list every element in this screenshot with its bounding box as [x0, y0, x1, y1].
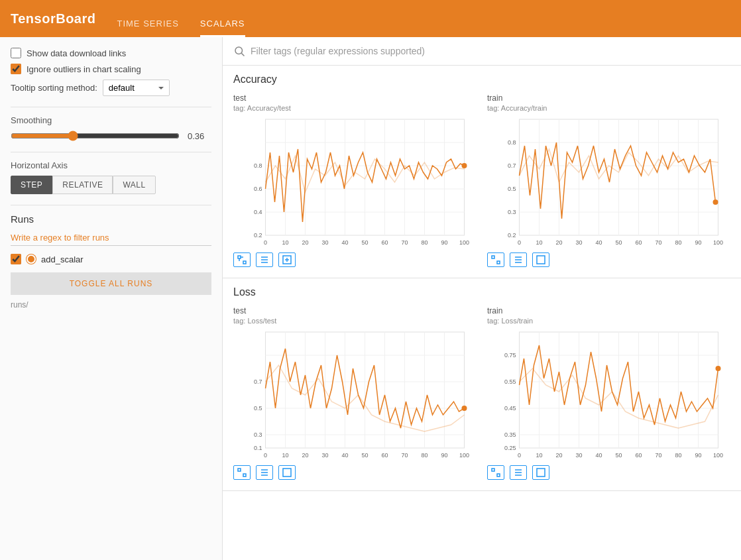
svg-text:0.7: 0.7 [508, 162, 516, 169]
expand-button-3[interactable] [233, 465, 251, 480]
loss-train-tag: tag: Loss/train [487, 317, 730, 325]
loss-test-subtitle: test [233, 306, 477, 315]
loss-train-subtitle: train [487, 306, 730, 315]
svg-text:20: 20 [302, 239, 308, 246]
svg-text:50: 50 [615, 239, 622, 246]
horizontal-axis-section: Horizontal Axis STEP RELATIVE WALL [11, 160, 211, 194]
run-name: add_scalar [41, 254, 84, 264]
svg-rect-109 [238, 469, 241, 471]
search-bar [223, 37, 741, 66]
ignore-outliers-label: Ignore outliers in chart scaling [27, 64, 141, 74]
svg-text:0: 0 [264, 239, 267, 246]
svg-rect-74 [497, 261, 500, 264]
nav-scalars[interactable]: SCALARS [200, 0, 245, 37]
search-input[interactable] [251, 46, 730, 56]
show-download-row[interactable]: Show data download links [11, 48, 211, 58]
loss-test-tag: tag: Loss/test [233, 317, 477, 325]
svg-text:0.5: 0.5 [254, 405, 262, 412]
runs-filter-input[interactable] [11, 230, 211, 246]
runs-path: runs/ [11, 300, 211, 309]
svg-text:50: 50 [361, 239, 368, 246]
svg-text:60: 60 [635, 239, 642, 246]
logo: TensorBoard [11, 11, 95, 27]
accuracy-train-card: train tag: Accuracy/train [487, 93, 730, 267]
show-download-checkbox[interactable] [11, 48, 21, 58]
menu-button-4[interactable] [510, 465, 527, 480]
runs-section: Runs add_scalar TOGGLE ALL RUNS runs/ [11, 213, 211, 309]
layout: Show data download links Ignore outliers… [0, 37, 741, 560]
svg-text:60: 60 [635, 452, 642, 459]
svg-point-108 [462, 406, 467, 411]
svg-text:0.4: 0.4 [254, 209, 262, 215]
accuracy-train-subtitle: train [487, 93, 730, 103]
divider-1 [11, 107, 211, 107]
svg-text:100: 100 [459, 452, 469, 459]
smoothing-slider[interactable] [11, 131, 180, 141]
loss-title: Loss [233, 286, 730, 298]
svg-text:80: 80 [421, 239, 428, 246]
tooltip-label: Tooltip sorting method: [11, 83, 97, 93]
options-section: Show data download links Ignore outliers… [11, 48, 211, 96]
ignore-outliers-checkbox[interactable] [11, 64, 21, 74]
axis-step-button[interactable]: STEP [11, 176, 52, 194]
toggle-all-button[interactable]: TOGGLE ALL RUNS [11, 272, 211, 295]
svg-text:60: 60 [381, 452, 388, 459]
svg-text:0: 0 [264, 452, 267, 459]
svg-text:0.5: 0.5 [508, 186, 516, 192]
menu-button-3[interactable] [256, 465, 273, 480]
menu-button-1[interactable] [256, 252, 273, 267]
svg-text:20: 20 [555, 452, 562, 459]
reset-button-1[interactable] [278, 252, 296, 267]
axis-wall-button[interactable]: WALL [113, 176, 155, 194]
svg-rect-151 [537, 469, 545, 476]
loss-train-card: train tag: Loss/train [487, 306, 730, 480]
runs-title: Runs [11, 213, 211, 225]
svg-text:30: 30 [575, 239, 582, 246]
expand-button-2[interactable] [487, 252, 504, 267]
run-row: add_scalar [11, 254, 211, 264]
loss-charts-row: test tag: Loss/test [233, 306, 730, 480]
loss-test-chart: 0.1 0.3 0.5 0.7 0 10 20 30 40 50 60 70 [233, 329, 477, 461]
tooltip-select[interactable]: default descending ascending nearest [103, 80, 170, 96]
accuracy-test-toolbar [233, 252, 477, 267]
svg-text:40: 40 [595, 239, 602, 246]
svg-rect-114 [283, 469, 291, 476]
expand-button-1[interactable] [233, 252, 251, 267]
svg-text:0.35: 0.35 [504, 431, 516, 438]
top-nav: TIME SERIES SCALARS [117, 0, 245, 37]
svg-text:90: 90 [441, 452, 447, 459]
svg-text:0.6: 0.6 [254, 186, 262, 192]
svg-text:0.8: 0.8 [254, 162, 262, 169]
svg-text:10: 10 [536, 239, 542, 246]
smoothing-value: 0.36 [188, 131, 211, 141]
reset-button-4[interactable] [532, 465, 549, 480]
svg-text:80: 80 [675, 239, 681, 246]
expand-button-4[interactable] [487, 465, 504, 480]
svg-rect-146 [492, 469, 494, 471]
loss-train-chart: 0.25 0.35 0.45 0.55 0.75 0 10 20 30 40 5… [487, 329, 730, 461]
svg-text:50: 50 [361, 452, 368, 459]
accuracy-train-tag: tag: Accuracy/train [487, 104, 730, 112]
accuracy-test-card: test tag: Accuracy/test [233, 93, 477, 267]
svg-text:80: 80 [675, 452, 681, 459]
svg-text:100: 100 [713, 239, 723, 246]
reset-button-3[interactable] [278, 465, 296, 480]
svg-text:0.55: 0.55 [504, 378, 516, 385]
svg-text:100: 100 [713, 452, 723, 459]
svg-point-72 [713, 199, 718, 205]
nav-time-series[interactable]: TIME SERIES [117, 0, 178, 37]
axis-relative-button[interactable]: RELATIVE [52, 176, 113, 194]
svg-rect-147 [497, 474, 500, 476]
accuracy-section: Accuracy test tag: Accuracy/test [223, 66, 741, 278]
ignore-outliers-row[interactable]: Ignore outliers in chart scaling [11, 64, 211, 74]
run-checkbox[interactable] [11, 254, 21, 264]
svg-line-1 [241, 53, 244, 56]
divider-2 [11, 152, 211, 152]
divider-3 [11, 205, 211, 205]
menu-button-2[interactable] [510, 252, 527, 267]
svg-text:10: 10 [282, 452, 288, 459]
reset-button-2[interactable] [532, 252, 549, 267]
svg-text:30: 30 [321, 239, 328, 246]
svg-text:20: 20 [555, 239, 562, 246]
accuracy-train-toolbar [487, 252, 730, 267]
